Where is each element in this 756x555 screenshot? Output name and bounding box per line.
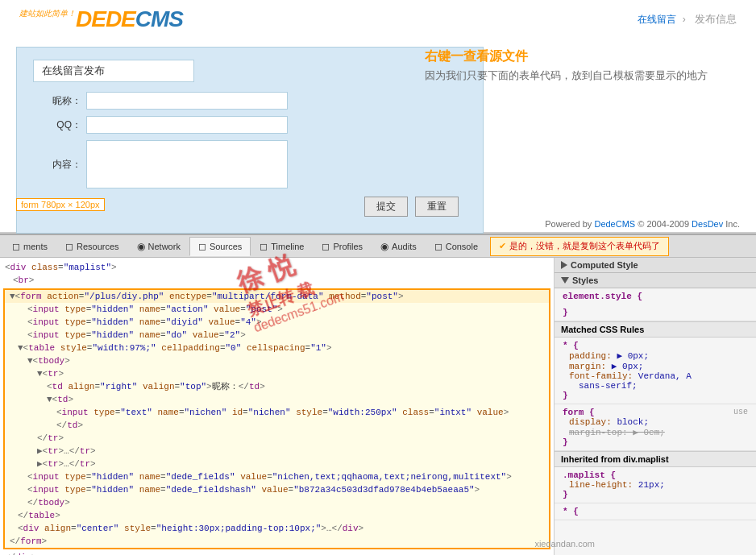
inherited-label: Inherited from div.maplist <box>561 454 669 464</box>
styles-header[interactable]: Styles <box>555 273 756 288</box>
nickname-label: 昵称： <box>33 94 81 108</box>
tab-audits-label: Audits <box>392 242 417 251</box>
content-textarea[interactable] <box>86 140 288 188</box>
breadcrumb-separator: › <box>683 14 686 25</box>
reset-button[interactable]: 重置 <box>415 197 459 217</box>
strikethrough-prop: margin-top: ▶ 0em; <box>569 428 665 437</box>
check-icon: ✔ <box>499 241 506 251</box>
source-line: ▼<td> <box>5 393 549 406</box>
source-line: </table> <box>5 509 549 522</box>
source-line: </div> <box>0 551 554 555</box>
source-line: </td> <box>5 419 549 432</box>
tab-resources-label: Resources <box>77 242 119 251</box>
elements-icon: ◻ <box>12 241 20 252</box>
source-line: </tbody> <box>5 496 549 509</box>
qq-row: QQ： <box>33 116 467 134</box>
tab-elements[interactable]: ◻ ments <box>3 237 56 256</box>
profiles-icon: ◻ <box>322 241 330 252</box>
styles-panel: Computed Style Styles element.style { } … <box>555 258 756 555</box>
source-line: ▼<form action="/plus/diy.php" enctype="m… <box>5 290 549 303</box>
maplist-rule: .maplist { line-height: 21px; } <box>555 467 756 503</box>
matched-css-header: Matched CSS Rules <box>555 321 756 338</box>
source-line: </form> <box>5 535 549 548</box>
tab-audits[interactable]: ◉ Audits <box>372 237 426 256</box>
source-line: <td align="right" valign="top">昵称：</td> <box>5 380 549 393</box>
source-line: ▼<tbody> <box>5 354 549 367</box>
header: 建站如此简单！ DEDE CMS 在线留言 › 发布信息 <box>0 0 756 39</box>
sources-icon: ◻ <box>198 241 206 252</box>
note-line1: 右键一查看源文件 <box>425 48 708 65</box>
computed-style-label: Computed Style <box>571 260 638 270</box>
inc-text: Inc. <box>725 219 740 229</box>
inherited-header: Inherited from div.maplist <box>555 451 756 467</box>
computed-style-header[interactable]: Computed Style <box>555 258 756 273</box>
right-note: 右键一查看源文件 因为我们只要下面的表单代码，放到自己模板需要显示的地方 <box>425 48 708 83</box>
content-label: 内容： <box>33 158 81 172</box>
source-line: ▼<tr> <box>5 367 549 380</box>
source-line: <br> <box>0 274 554 287</box>
element-style-close: } <box>563 308 568 317</box>
element-style-rule: element.style { } <box>555 288 756 321</box>
tab-network-label: Network <box>148 242 181 251</box>
nickname-input[interactable] <box>86 92 288 110</box>
logo-dede: DEDE <box>76 6 135 32</box>
universal-rule: * { padding: ▶ 0px; margin: ▶ 0px; font-… <box>555 338 756 404</box>
source-line: <input type="hidden" name="diyid" value=… <box>5 316 549 329</box>
nickname-row: 昵称： <box>33 92 467 110</box>
desdev-link[interactable]: DesDev <box>692 219 723 229</box>
tab-elements-label: ments <box>23 242 48 251</box>
devtools-panel: ◻ ments ◻ Resources ◉ Network ◻ Sources … <box>0 234 756 555</box>
triangle-down-icon <box>561 277 569 284</box>
source-line: <input type="text" name="nichen" id="nic… <box>5 406 549 419</box>
tab-resources[interactable]: ◻ Resources <box>56 237 128 256</box>
breadcrumb: 在线留言 › 发布信息 <box>638 12 740 27</box>
styles-label: Styles <box>572 275 598 285</box>
source-line: </tr> <box>5 432 549 445</box>
tab-timeline-label: Timeline <box>271 242 304 251</box>
highlight-note-tab: ✔ 是的，没错，就是复制这个表单代码了 <box>490 237 669 256</box>
tab-console[interactable]: ◻ Console <box>426 237 487 256</box>
universal-rule2: * { <box>555 503 756 520</box>
source-line: ▶<tr>…</tr> <box>5 445 549 458</box>
resources-icon: ◻ <box>65 241 73 252</box>
matched-css-label: Matched CSS Rules <box>561 325 644 334</box>
dedecms-link[interactable]: DedeCMS <box>594 219 635 229</box>
network-icon: ◉ <box>137 241 145 252</box>
source-line: ▶<tr>…</tr> <box>5 458 549 470</box>
form-size-label: form 780px × 120px <box>16 198 105 211</box>
console-icon: ◻ <box>434 241 442 252</box>
website-preview: 建站如此简单！ DEDE CMS 在线留言 › 发布信息 右键一查看源文件 因为… <box>0 0 756 234</box>
powered-text: Powered by <box>545 219 592 229</box>
logo-tagline: 建站如此简单！ <box>19 8 76 19</box>
source-line: <input type="hidden" name="dede_fieldsha… <box>5 483 549 496</box>
tab-profiles[interactable]: ◻ Profiles <box>313 237 372 256</box>
qq-label: QQ： <box>33 118 81 132</box>
source-line: <div class="maplist"> <box>0 261 554 274</box>
form-title: 在线留言发布 <box>33 60 194 82</box>
source-line: ▼<table style="width:97%;" cellpadding="… <box>5 342 549 354</box>
highlight-note-text: 是的，没错，就是复制这个表单代码了 <box>509 240 660 252</box>
content-row: 内容： <box>33 140 467 188</box>
page-title: 发布信息 <box>695 13 737 25</box>
note-line2: 因为我们只要下面的表单代码，放到自己模板需要显示的地方 <box>425 68 708 83</box>
nav-link-liuyan[interactable]: 在线留言 <box>638 14 676 25</box>
tab-console-label: Console <box>446 242 478 251</box>
tab-sources[interactable]: ◻ Sources <box>189 237 251 256</box>
qq-input[interactable] <box>86 116 288 134</box>
copyright: © 2004-2009 <box>638 219 689 229</box>
submit-button[interactable]: 提交 <box>364 197 408 217</box>
triangle-icon <box>561 261 567 269</box>
bottom-watermark-text: xiedandan.com <box>534 539 595 549</box>
logo-cms: CMS <box>135 6 183 32</box>
devtools-toolbar: ◻ ments ◻ Resources ◉ Network ◻ Sources … <box>0 235 756 258</box>
tab-network[interactable]: ◉ Network <box>128 237 189 256</box>
powered-bar: Powered by DedeCMS © 2004-2009 DesDev In… <box>545 219 740 229</box>
form-rule: form {use display: block; margin-top: ▶ … <box>555 404 756 451</box>
devtools-body: <div class="maplist"> <br> ▼<form action… <box>0 258 756 555</box>
timeline-icon: ◻ <box>260 241 268 252</box>
tab-profiles-label: Profiles <box>333 242 363 251</box>
tab-sources-label: Sources <box>210 242 242 251</box>
source-line: <input type="hidden" name="action" value… <box>5 303 549 316</box>
tab-timeline[interactable]: ◻ Timeline <box>251 237 313 256</box>
source-panel[interactable]: <div class="maplist"> <br> ▼<form action… <box>0 258 555 555</box>
